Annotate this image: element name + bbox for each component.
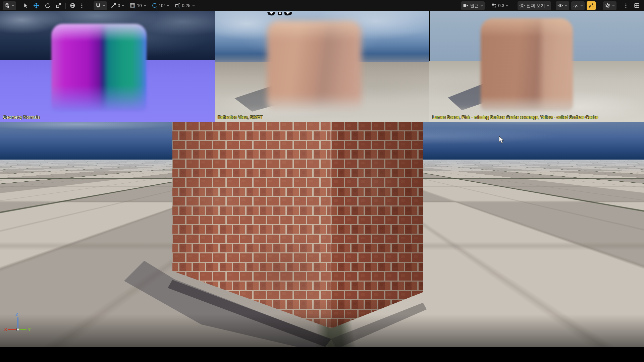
chevron-down-icon: [12, 5, 14, 7]
scale-snap-button[interactable]: 0.25: [173, 1, 196, 10]
cube-corner-highlight: [330, 121, 331, 328]
axis-origin: [16, 328, 19, 331]
quad-view-button[interactable]: [632, 1, 641, 10]
chevron-down-icon: [547, 5, 549, 7]
lumen-cube: [481, 18, 573, 111]
subview-label: Geometry Normals: [3, 115, 40, 120]
chevron-down-icon: [103, 5, 105, 7]
globe-icon: [70, 3, 75, 8]
unreal-editor-viewport: Z X Y Geometry Normals Reflection View, …: [0, 0, 644, 362]
subview-reflection-view[interactable]: Reflection View, SWRT: [215, 11, 430, 122]
move-arrows-icon: [34, 3, 39, 8]
effects-toggle-button[interactable]: [587, 1, 596, 10]
chevron-down-icon: [122, 5, 124, 7]
viewport-settings-button[interactable]: [603, 1, 616, 10]
world-transform-button[interactable]: [68, 1, 77, 10]
transform-options-button[interactable]: [77, 1, 86, 10]
more-options-button[interactable]: [621, 1, 630, 10]
axis-y-line: [19, 329, 26, 330]
scale-snap-icon: [175, 3, 180, 8]
brick-cube-right-face: [331, 121, 423, 328]
reflection-cube: [267, 20, 362, 110]
chevron-down-icon: [506, 5, 508, 7]
rotation-snap-button[interactable]: 10°: [150, 1, 171, 10]
scale-icon: [56, 3, 61, 8]
chevron-down-icon: [580, 5, 583, 7]
grid-snap-value: 10: [137, 3, 142, 8]
right-face-shading: [331, 121, 423, 328]
actor-snap-value: 0: [118, 3, 120, 8]
axis-y-label: Y: [28, 327, 31, 332]
viewport-toolbar: 0 10 10°: [0, 0, 644, 11]
sun-icon: [519, 3, 525, 8]
rotation-snap-value: 10°: [159, 3, 165, 8]
chevron-down-icon: [144, 5, 146, 7]
selection-mode-button[interactable]: [3, 1, 16, 10]
rotate-snap-icon: [152, 3, 157, 8]
subview-label: Lumen Scene, Pink - missing Surface Cach…: [432, 115, 598, 120]
axis-x-label: X: [4, 327, 7, 332]
view-mode-button[interactable]: 전체 보기: [518, 1, 551, 10]
gear-icon: [605, 3, 610, 8]
toolbar-separator: [65, 3, 66, 9]
quad-grid-icon: [634, 3, 640, 8]
pointer-icon: [22, 3, 28, 8]
show-flags-button[interactable]: [556, 1, 569, 10]
angle-magnet-icon: [111, 3, 116, 8]
surface-snapping-button[interactable]: [94, 1, 107, 10]
mouse-cursor-icon: [499, 136, 504, 145]
grid-icon: [130, 3, 136, 8]
scale-tool-button[interactable]: [54, 1, 63, 10]
subview-geometry-normals[interactable]: Geometry Normals: [0, 11, 215, 122]
rotate-icon: [45, 3, 50, 8]
view-mode-label: 전체 보기: [526, 3, 545, 9]
chevron-down-icon: [192, 5, 195, 7]
bottom-letterbox-bar: [0, 347, 644, 362]
normals-cube: [51, 24, 147, 112]
actor-snap-button[interactable]: 0: [109, 1, 126, 10]
axis-gizmo: Z X Y: [4, 313, 34, 338]
chevron-down-icon: [480, 5, 483, 7]
camera-speed-button[interactable]: 0.3: [489, 1, 510, 10]
cutoff-overlay-glyph: [267, 11, 293, 17]
eye-icon: [557, 3, 563, 8]
sparkle-arrow-icon: [588, 3, 594, 8]
select-tool-button[interactable]: [21, 1, 30, 10]
camera-speed-icon: [491, 3, 497, 8]
subview-label: Reflection View, SWRT: [218, 115, 263, 120]
chevron-down-icon: [612, 5, 615, 7]
camera-projection-button[interactable]: 원근: [461, 1, 485, 10]
move-tool-button[interactable]: [32, 1, 41, 10]
kebab-icon: [623, 3, 629, 8]
scale-snap-value: 0.25: [182, 3, 190, 8]
magnet-icon: [95, 3, 101, 8]
axis-z-line: [17, 317, 18, 329]
camera-projection-label: 원근: [470, 3, 479, 9]
kebab-icon: [79, 3, 85, 8]
rotate-tool-button[interactable]: [43, 1, 52, 10]
axis-z-label: Z: [15, 312, 18, 317]
dial-icon: [573, 3, 579, 8]
camera-icon: [463, 3, 469, 8]
chevron-down-icon: [167, 5, 169, 7]
subview-lumen-scene[interactable]: Lumen Scene, Pink - missing Surface Cach…: [429, 11, 644, 122]
grid-snap-button[interactable]: 10: [128, 1, 148, 10]
chevron-down-icon: [565, 5, 568, 7]
camera-speed-value: 0.3: [498, 3, 504, 8]
exposure-button[interactable]: [571, 1, 585, 10]
cube-cursor-icon: [4, 3, 10, 8]
